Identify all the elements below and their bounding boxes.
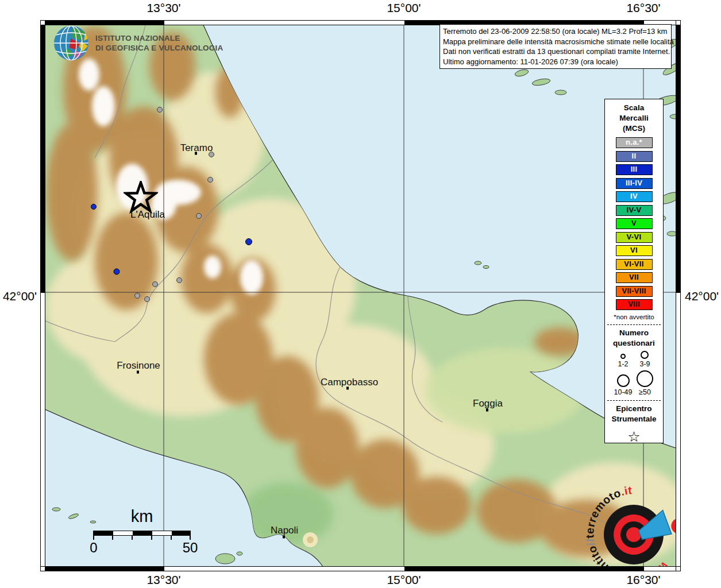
intensity-point-na — [157, 107, 163, 113]
mcs-chip-viii: VIII — [616, 299, 653, 310]
circle-symbol — [617, 374, 630, 387]
questionnaire-size: 10-49 — [614, 370, 633, 396]
questionnaire-size: 1-2 — [614, 351, 633, 368]
circle-symbol — [637, 370, 653, 387]
mcs-scale-chips: n.a.*IIIIIIII-IVIVIV-VVV-VIVIVI-VIIVIIVI… — [616, 137, 653, 310]
city-campobasso: Campobasso — [321, 377, 378, 388]
legend-title-line3: (MCS) — [619, 123, 648, 134]
info-line: Dati non verificati estratti da 13 quest… — [443, 47, 668, 57]
mcs-chip-vi: VI — [616, 245, 653, 256]
longitude-label: 13°30' — [146, 1, 180, 15]
mcs-chip-vii-viii: VII-VIII — [616, 286, 653, 297]
longitude-labels-bottom: 13°30'15°00'16°30' — [0, 573, 721, 588]
scale-end-label: 50 — [183, 540, 198, 556]
mcs-chip-v: V — [616, 218, 653, 229]
circle-symbol — [641, 351, 649, 359]
info-line: Ultimo aggiornamento: 11-01-2026 07:39 (… — [443, 57, 668, 67]
city-marker — [346, 387, 349, 390]
legend-footnote: *non avvertito — [614, 314, 654, 320]
longitude-label: 13°30' — [146, 573, 180, 587]
scale-bar: km 0 50 — [86, 507, 201, 555]
intensity-point-na — [176, 277, 182, 283]
legend-divider2 — [607, 400, 661, 401]
city-frosinone: Frosinone — [117, 360, 160, 372]
ingv-name-line2: DI GEOFISICA E VULCANOLOGIA — [95, 43, 223, 53]
legend-title-line2: Mercalli — [619, 113, 648, 123]
earthquake-info-box: Terremoto del 23-06-2009 22:58:50 (ora l… — [439, 24, 672, 69]
intensity-point-na — [134, 293, 140, 299]
map-area: TeramoFrosinoneCampobassoFoggiaNapoli L'… — [40, 20, 681, 571]
map-canvas: 13°30'15°00'16°30' 13°30'15°00'16°30' 42… — [0, 0, 721, 588]
city-marker — [137, 371, 139, 374]
legend-panel: Scala Mercalli (MCS) n.a.*IIIIIIII-IVIVI… — [604, 99, 664, 443]
city-foggia: Foggia — [473, 398, 503, 409]
city-marker — [195, 152, 197, 155]
latitude-label-left: 42°00' — [0, 289, 37, 303]
longitude-labels-top: 13°30'15°00'16°30' — [0, 1, 721, 17]
frame-right — [676, 20, 681, 571]
ingv-name-line1: ISTITUTO NAZIONALE — [95, 33, 223, 43]
city-napoli: Napoli — [271, 525, 298, 536]
mcs-chip-na: n.a.* — [616, 137, 653, 148]
questionnaire-title-line1: Numero — [613, 328, 655, 338]
intensity-point-iii — [91, 204, 97, 210]
size-label: 10-49 — [614, 388, 633, 396]
legend-title-line1: Scala — [619, 103, 648, 113]
intensity-point-iii — [114, 269, 120, 275]
mcs-chip-vii: VII — [616, 272, 653, 283]
intensity-point-na — [196, 213, 202, 219]
mcs-chip-vi-vii: VI-VII — [616, 259, 653, 270]
mcs-chip-iii: III — [616, 164, 653, 175]
frame-bottom — [40, 566, 681, 571]
mcs-chip-iii-iv: III-IV — [616, 178, 653, 189]
mcs-chip-ii: II — [616, 151, 653, 162]
scale-bar-ticks — [93, 536, 191, 540]
intensity-point-na — [207, 177, 213, 183]
city-marker — [283, 536, 285, 539]
longitude-label: 15°00' — [387, 1, 421, 15]
questionnaire-title-line2: questionari — [613, 338, 655, 349]
info-line: Mappa preliminare delle intensità macros… — [443, 37, 668, 47]
latitude-label-right: 42°00' — [685, 289, 721, 303]
size-label: ≥50 — [639, 388, 651, 396]
questionnaire-size: ≥50 — [636, 370, 654, 396]
epicenter-city-label: L'Aquila — [130, 209, 165, 220]
mcs-chip-iv: IV — [616, 191, 653, 202]
longitude-label: 16°30' — [626, 1, 660, 15]
mcs-chip-v-vi: V-VI — [616, 232, 653, 243]
info-line: Terremoto del 23-06-2009 22:58:50 (ora l… — [443, 26, 668, 37]
scale-bar-segments — [93, 531, 191, 536]
epicenter-title-line2: Strumentale — [611, 414, 656, 424]
legend-divider — [607, 324, 661, 325]
questionnaire-size: 3-9 — [636, 351, 654, 368]
intensity-point-iii — [245, 238, 252, 245]
ingv-logo: ISTITUTO NAZIONALE DI GEOFISICA E VULCAN… — [53, 25, 223, 61]
mcs-chip-iv-v: IV-V — [616, 205, 653, 216]
circle-symbol — [620, 354, 626, 359]
city-marker — [486, 409, 488, 412]
frame-left — [40, 20, 45, 571]
intensity-point-na — [144, 296, 150, 302]
epicenter-star-symbol: ☆ — [627, 429, 640, 444]
questionnaire-size-legend: 1-23-910-49≥50 — [614, 351, 654, 396]
scale-start-label: 0 — [90, 540, 97, 556]
ingv-globe-icon — [53, 25, 90, 61]
haisentitoilterremoto-logo: ? www.haisentitoilterremoto.it — [582, 483, 681, 571]
longitude-label: 15°00' — [387, 573, 421, 587]
size-label: 3-9 — [639, 360, 650, 368]
longitude-label: 16°30' — [626, 573, 660, 587]
scale-unit-label: km — [93, 507, 191, 526]
epicenter-title-line1: Epicentro — [611, 404, 656, 414]
size-label: 1-2 — [618, 360, 628, 368]
intensity-point-na — [152, 281, 158, 287]
